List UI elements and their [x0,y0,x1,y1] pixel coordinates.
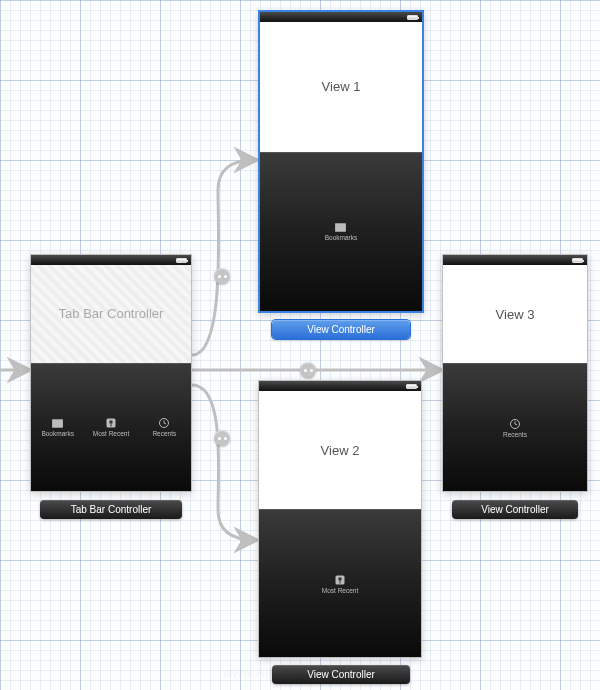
scene-label-text: View Controller [481,504,549,515]
tab-label: Most Recent [93,430,130,437]
controller-body: Tab Bar Controller [31,265,191,363]
storyboard-canvas[interactable]: Tab Bar Controller Bookmarks Most Recent… [0,0,600,690]
view-body: View 3 [443,265,587,363]
svg-rect-3 [109,421,112,424]
view-controller-1-scene[interactable]: View 1 Bookmarks [258,10,424,313]
tab-label: Bookmarks [41,430,74,437]
scene-label-pill[interactable]: Tab Bar Controller [40,500,182,519]
bookmarks-icon [51,418,64,429]
tab-item-most-recent[interactable]: Most Recent [84,417,137,437]
tab-item-recents[interactable]: Recents [503,418,527,438]
scene-label-text: View Controller [307,324,375,335]
view-controller-2-scene[interactable]: View 2 Most Recent [258,380,422,658]
battery-icon [572,258,583,263]
scene-label-text: View Controller [307,669,375,680]
svg-rect-7 [339,577,342,580]
status-bar [31,255,191,265]
status-bar [259,381,421,391]
tab-label: Recents [503,431,527,438]
tab-item-bookmarks[interactable]: Bookmarks [31,418,84,437]
segue-badge[interactable] [214,268,230,284]
scene-label-pill[interactable]: View Controller [272,320,410,339]
scene-label-text: Tab Bar Controller [71,504,152,515]
scene-label-pill[interactable]: View Controller [272,665,410,684]
view-controller-3-scene[interactable]: View 3 Recents [442,254,588,492]
status-bar [443,255,587,265]
view-title: View 1 [322,79,361,94]
status-bar [260,12,422,22]
bookmarks-icon [334,222,347,233]
segue-badge[interactable] [300,362,316,378]
tab-item-bookmarks[interactable]: Bookmarks [325,222,358,241]
tab-bar-controller-scene[interactable]: Tab Bar Controller Bookmarks Most Recent… [30,254,192,492]
segue-badge[interactable] [214,430,230,446]
view-title: View 2 [321,443,360,458]
tab-bar: Recents [443,363,587,491]
tab-label: Recents [152,430,176,437]
view-body: View 1 [260,22,422,152]
tab-bar: Bookmarks [260,152,422,312]
recents-icon [509,418,521,430]
tab-bar: Bookmarks Most Recent Recents [31,363,191,492]
battery-icon [407,15,418,20]
tab-bar: Most Recent [259,509,421,657]
view-title: View 3 [496,307,535,322]
recents-icon [158,417,170,429]
tab-item-most-recent[interactable]: Most Recent [322,574,359,594]
most-recent-icon [334,574,346,586]
battery-icon [406,384,417,389]
view-body: View 2 [259,391,421,509]
scene-title: Tab Bar Controller [59,306,164,321]
tab-label: Bookmarks [325,234,358,241]
battery-icon [176,258,187,263]
most-recent-icon [105,417,117,429]
scene-label-pill[interactable]: View Controller [452,500,578,519]
tab-item-recents[interactable]: Recents [138,417,191,437]
tab-label: Most Recent [322,587,359,594]
